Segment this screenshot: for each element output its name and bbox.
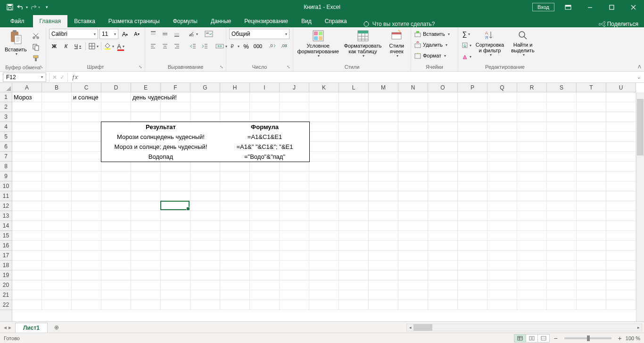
fill-icon[interactable]: ▾ bbox=[461, 40, 471, 50]
vertical-scrollbar[interactable] bbox=[636, 92, 644, 321]
sheet-nav-next-icon[interactable]: ▸ bbox=[8, 324, 11, 331]
shrink-font-icon[interactable]: A▾ bbox=[132, 29, 142, 39]
ribbon-options-icon[interactable] bbox=[557, 0, 579, 14]
view-page-layout-icon[interactable] bbox=[526, 334, 538, 343]
paste-button[interactable]: Вставить▾ bbox=[3, 29, 29, 57]
minimize-icon[interactable] bbox=[579, 0, 601, 14]
align-right-icon[interactable] bbox=[172, 41, 182, 51]
cell-A1[interactable]: Мороз bbox=[12, 92, 42, 102]
column-headers[interactable]: ABCDEFGHIJKLMNOPQRSTU bbox=[12, 83, 636, 92]
number-format-combo[interactable]: Общий▾ bbox=[229, 29, 289, 39]
tab-home[interactable]: Главная bbox=[33, 15, 68, 27]
font-dialog-icon[interactable]: ⤡ bbox=[137, 64, 144, 70]
format-cells-button[interactable]: Формат▾ bbox=[414, 50, 450, 61]
redo-icon[interactable]: ▾ bbox=[28, 1, 41, 13]
save-icon[interactable] bbox=[4, 1, 16, 13]
tab-view[interactable]: Вид bbox=[295, 15, 318, 27]
format-painter-icon[interactable] bbox=[31, 53, 41, 64]
fill-color-icon[interactable]: ▾ bbox=[104, 41, 114, 51]
fx-icon[interactable]: ƒх bbox=[68, 74, 82, 81]
tab-data[interactable]: Данные bbox=[204, 15, 238, 27]
formula-input[interactable] bbox=[82, 73, 634, 82]
cell-I5[interactable]: =A1&C1&E1 bbox=[220, 132, 309, 142]
font-color-icon[interactable]: А▾ bbox=[116, 41, 126, 51]
name-box[interactable]: F12▾ bbox=[3, 73, 46, 82]
tab-formulas[interactable]: Формулы bbox=[166, 15, 204, 27]
accounting-icon[interactable]: ₽▾ bbox=[229, 41, 239, 51]
tab-review[interactable]: Рецензирование bbox=[238, 15, 295, 27]
cell-D5[interactable]: Морози солнцедень чудесный! bbox=[101, 132, 220, 142]
cell-styles-button[interactable]: Стили ячеек▾ bbox=[386, 29, 408, 59]
align-center-icon[interactable] bbox=[160, 41, 170, 51]
tell-me[interactable]: Что вы хотите сделать? bbox=[363, 21, 435, 27]
close-icon[interactable] bbox=[622, 0, 644, 14]
enter-formula-icon[interactable]: ✓ bbox=[60, 74, 65, 81]
insert-cells-button[interactable]: Вставить▾ bbox=[414, 29, 450, 39]
bold-button[interactable]: Ж bbox=[49, 41, 59, 51]
cell-C1[interactable]: и солнце bbox=[72, 92, 101, 102]
spreadsheet-grid[interactable]: Морози солнцедень чудесный!РезультатФорм… bbox=[12, 92, 644, 321]
underline-button[interactable]: Ч▾ bbox=[73, 41, 83, 51]
zoom-slider[interactable] bbox=[564, 337, 611, 339]
undo-icon[interactable]: ▾ bbox=[16, 1, 28, 13]
cell-I7[interactable]: ="Водо"&"пад" bbox=[220, 152, 309, 162]
cell-I6[interactable]: =A1&" "&C1&"; "&E1 bbox=[220, 142, 309, 152]
wrap-text-icon[interactable]: ab bbox=[204, 29, 214, 39]
cell-D6[interactable]: Мороз и солнце; день чудесный! bbox=[101, 142, 220, 152]
sheet-tab[interactable]: Лист1 bbox=[15, 323, 48, 333]
grow-font-icon[interactable]: A▴ bbox=[120, 29, 130, 39]
decrease-decimal-icon[interactable]: ,00 bbox=[280, 41, 290, 51]
align-middle-icon[interactable] bbox=[160, 29, 170, 39]
delete-cells-button[interactable]: Удалить▾ bbox=[414, 40, 450, 50]
tab-help[interactable]: Справка bbox=[318, 15, 354, 27]
align-top-icon[interactable] bbox=[148, 29, 158, 39]
row-headers[interactable]: 12345678910111213141516171819202122 bbox=[0, 92, 12, 321]
format-as-table-button[interactable]: Форматировать как таблицу▾ bbox=[342, 29, 383, 59]
horizontal-scrollbar[interactable]: ◂ ▸ bbox=[62, 324, 644, 331]
italic-button[interactable]: К bbox=[61, 41, 71, 51]
font-size-combo[interactable]: 11▾ bbox=[99, 29, 118, 39]
increase-decimal-icon[interactable]: ,0 bbox=[268, 41, 278, 51]
zoom-in-icon[interactable]: + bbox=[618, 335, 622, 342]
merge-icon[interactable]: ▾ bbox=[215, 41, 227, 51]
select-all-corner[interactable] bbox=[0, 83, 12, 92]
decrease-indent-icon[interactable] bbox=[188, 41, 198, 51]
percent-icon[interactable]: % bbox=[241, 41, 251, 51]
cell-I4[interactable]: Формула bbox=[220, 122, 309, 132]
signin-button[interactable]: Вход bbox=[532, 3, 554, 11]
sort-filter-button[interactable]: АЯ Сортировка и фильтр▾ bbox=[473, 29, 506, 58]
autosum-icon[interactable]: ∑▾ bbox=[461, 29, 471, 39]
zoom-level[interactable]: 100 % bbox=[626, 335, 640, 341]
add-sheet-icon[interactable]: ⊕ bbox=[51, 322, 62, 333]
orientation-icon[interactable]: ab▾ bbox=[188, 29, 198, 39]
copy-icon[interactable] bbox=[31, 42, 41, 52]
qat-customize-icon[interactable]: ▾ bbox=[41, 1, 53, 13]
view-page-break-icon[interactable] bbox=[537, 334, 550, 343]
comma-icon[interactable]: 000 bbox=[253, 41, 263, 51]
share-button[interactable]: Поделиться bbox=[599, 21, 638, 27]
align-bottom-icon[interactable] bbox=[172, 29, 182, 39]
clipboard-dialog-icon[interactable]: ⤡ bbox=[38, 64, 45, 70]
tab-layout[interactable]: Разметка страницы bbox=[102, 15, 166, 27]
tab-insert[interactable]: Вставка bbox=[67, 15, 102, 27]
align-left-icon[interactable] bbox=[148, 41, 158, 51]
cancel-formula-icon[interactable]: ✕ bbox=[52, 74, 57, 81]
view-normal-icon[interactable] bbox=[514, 334, 526, 343]
align-dialog-icon[interactable]: ⤡ bbox=[218, 64, 225, 70]
font-name-combo[interactable]: Calibri▾ bbox=[49, 29, 98, 39]
conditional-formatting-button[interactable]: Условное форматирование▾ bbox=[296, 29, 340, 59]
borders-icon[interactable]: ▾ bbox=[88, 41, 99, 51]
collapse-ribbon-icon[interactable]: ᐱ bbox=[638, 64, 641, 69]
number-dialog-icon[interactable]: ⤡ bbox=[285, 64, 292, 70]
expand-fbar-icon[interactable]: ⌄ bbox=[634, 74, 644, 80]
cell-D4[interactable]: Результат bbox=[101, 122, 220, 132]
maximize-icon[interactable] bbox=[601, 0, 622, 14]
clear-icon[interactable]: ▾ bbox=[461, 51, 471, 62]
cell-E1[interactable]: день чудесный! bbox=[131, 92, 178, 102]
cut-icon[interactable] bbox=[31, 31, 41, 41]
cell-D7[interactable]: Водопад bbox=[101, 152, 220, 162]
increase-indent-icon[interactable] bbox=[199, 41, 210, 51]
tab-file[interactable]: Файл bbox=[2, 15, 33, 27]
zoom-out-icon[interactable]: − bbox=[553, 335, 557, 342]
find-select-button[interactable]: Найти и выделить▾ bbox=[508, 29, 537, 58]
